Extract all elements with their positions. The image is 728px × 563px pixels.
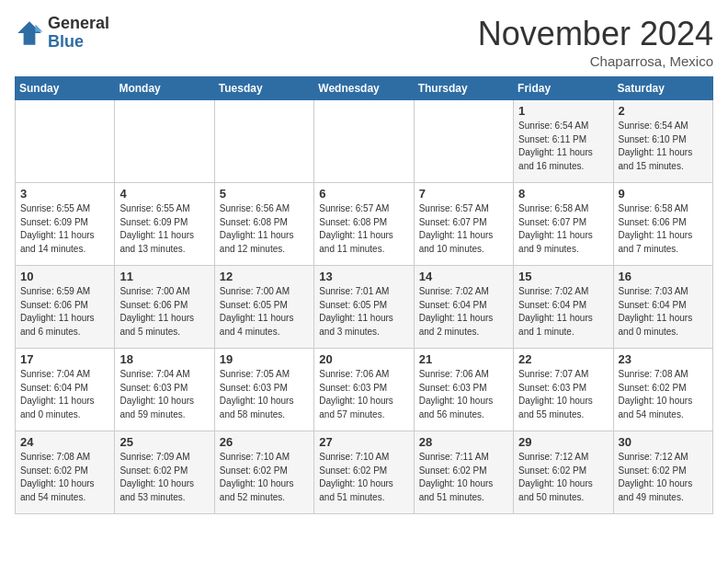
col-saturday: Saturday: [613, 77, 712, 100]
day-cell: 9Sunrise: 6:58 AM Sunset: 6:06 PM Daylig…: [613, 183, 712, 266]
page-header: General Blue November 2024 Chaparrosa, M…: [15, 15, 713, 69]
day-info: Sunrise: 7:11 AM Sunset: 6:02 PM Dayligh…: [419, 451, 508, 504]
day-cell: [214, 100, 313, 183]
day-number: 15: [518, 270, 608, 283]
day-number: 19: [220, 352, 309, 366]
day-info: Sunrise: 7:02 AM Sunset: 6:04 PM Dayligh…: [419, 285, 508, 339]
day-number: 23: [619, 352, 708, 366]
day-number: 24: [20, 435, 109, 449]
day-info: Sunrise: 6:58 AM Sunset: 6:06 PM Dayligh…: [619, 202, 708, 256]
day-info: Sunrise: 7:09 AM Sunset: 6:02 PM Dayligh…: [119, 451, 209, 504]
day-cell: 16Sunrise: 7:03 AM Sunset: 6:04 PM Dayli…: [613, 266, 712, 349]
day-number: 12: [220, 270, 309, 283]
day-info: Sunrise: 6:55 AM Sunset: 6:09 PM Dayligh…: [119, 202, 209, 256]
day-number: 11: [119, 270, 209, 283]
day-cell: 6Sunrise: 6:57 AM Sunset: 6:08 PM Daylig…: [314, 183, 414, 266]
day-number: 10: [20, 270, 109, 283]
day-cell: 30Sunrise: 7:12 AM Sunset: 6:02 PM Dayli…: [613, 431, 712, 514]
col-wednesday: Wednesday: [314, 77, 414, 100]
day-cell: 19Sunrise: 7:05 AM Sunset: 6:03 PM Dayli…: [214, 349, 313, 431]
day-info: Sunrise: 6:58 AM Sunset: 6:07 PM Dayligh…: [518, 202, 608, 256]
day-info: Sunrise: 6:54 AM Sunset: 6:10 PM Dayligh…: [619, 120, 708, 173]
day-info: Sunrise: 6:57 AM Sunset: 6:07 PM Dayligh…: [419, 202, 508, 256]
day-cell: 26Sunrise: 7:10 AM Sunset: 6:02 PM Dayli…: [214, 431, 313, 514]
calendar-table: Sunday Monday Tuesday Wednesday Thursday…: [15, 76, 713, 514]
day-info: Sunrise: 7:10 AM Sunset: 6:02 PM Dayligh…: [220, 451, 309, 504]
logo-blue: Blue: [48, 33, 109, 52]
day-cell: 13Sunrise: 7:01 AM Sunset: 6:05 PM Dayli…: [314, 266, 414, 349]
day-cell: 7Sunrise: 6:57 AM Sunset: 6:07 PM Daylig…: [414, 183, 513, 266]
svg-marker-1: [35, 24, 42, 31]
week-row-4: 17Sunrise: 7:04 AM Sunset: 6:04 PM Dayli…: [16, 349, 713, 431]
day-cell: [414, 100, 513, 183]
day-number: 1: [518, 104, 608, 118]
day-info: Sunrise: 7:12 AM Sunset: 6:02 PM Dayligh…: [518, 451, 608, 504]
week-row-2: 3Sunrise: 6:55 AM Sunset: 6:09 PM Daylig…: [16, 183, 713, 266]
day-info: Sunrise: 7:00 AM Sunset: 6:06 PM Dayligh…: [119, 285, 209, 339]
day-cell: 27Sunrise: 7:10 AM Sunset: 6:02 PM Dayli…: [314, 431, 414, 514]
col-friday: Friday: [514, 77, 613, 100]
day-cell: 5Sunrise: 6:56 AM Sunset: 6:08 PM Daylig…: [214, 183, 313, 266]
day-cell: 22Sunrise: 7:07 AM Sunset: 6:03 PM Dayli…: [514, 349, 613, 431]
day-info: Sunrise: 6:57 AM Sunset: 6:08 PM Dayligh…: [319, 202, 408, 256]
month-title: November 2024: [478, 15, 713, 53]
title-block: November 2024 Chaparrosa, Mexico: [478, 15, 713, 69]
day-info: Sunrise: 7:01 AM Sunset: 6:05 PM Dayligh…: [319, 285, 408, 339]
day-number: 8: [518, 187, 608, 201]
day-info: Sunrise: 6:54 AM Sunset: 6:11 PM Dayligh…: [518, 120, 608, 173]
day-number: 14: [419, 270, 508, 283]
day-number: 29: [518, 435, 608, 449]
day-cell: 25Sunrise: 7:09 AM Sunset: 6:02 PM Dayli…: [115, 431, 214, 514]
day-cell: [314, 100, 414, 183]
day-cell: 14Sunrise: 7:02 AM Sunset: 6:04 PM Dayli…: [414, 266, 513, 349]
day-cell: 1Sunrise: 6:54 AM Sunset: 6:11 PM Daylig…: [514, 100, 613, 183]
day-number: 20: [319, 352, 408, 366]
day-info: Sunrise: 7:05 AM Sunset: 6:03 PM Dayligh…: [220, 368, 309, 421]
day-info: Sunrise: 7:06 AM Sunset: 6:03 PM Dayligh…: [419, 368, 508, 421]
logo: General Blue: [15, 15, 109, 52]
day-info: Sunrise: 7:04 AM Sunset: 6:03 PM Dayligh…: [119, 368, 209, 421]
day-number: 6: [319, 187, 408, 201]
day-cell: 21Sunrise: 7:06 AM Sunset: 6:03 PM Dayli…: [414, 349, 513, 431]
day-cell: 10Sunrise: 6:59 AM Sunset: 6:06 PM Dayli…: [16, 266, 115, 349]
week-row-1: 1Sunrise: 6:54 AM Sunset: 6:11 PM Daylig…: [16, 100, 713, 183]
calendar-body: 1Sunrise: 6:54 AM Sunset: 6:11 PM Daylig…: [16, 100, 713, 514]
day-number: 25: [119, 435, 209, 449]
day-cell: 2Sunrise: 6:54 AM Sunset: 6:10 PM Daylig…: [613, 100, 712, 183]
col-thursday: Thursday: [414, 77, 513, 100]
day-info: Sunrise: 7:12 AM Sunset: 6:02 PM Dayligh…: [619, 451, 708, 504]
day-info: Sunrise: 7:07 AM Sunset: 6:03 PM Dayligh…: [518, 368, 608, 421]
day-info: Sunrise: 7:06 AM Sunset: 6:03 PM Dayligh…: [319, 368, 408, 421]
day-number: 18: [119, 352, 209, 366]
day-info: Sunrise: 7:10 AM Sunset: 6:02 PM Dayligh…: [319, 451, 408, 504]
logo-icon: [15, 18, 44, 48]
calendar-header: Sunday Monday Tuesday Wednesday Thursday…: [16, 77, 713, 100]
day-cell: 24Sunrise: 7:08 AM Sunset: 6:02 PM Dayli…: [16, 431, 115, 514]
day-info: Sunrise: 7:08 AM Sunset: 6:02 PM Dayligh…: [20, 451, 109, 504]
location: Chaparrosa, Mexico: [478, 53, 713, 69]
day-cell: 12Sunrise: 7:00 AM Sunset: 6:05 PM Dayli…: [214, 266, 313, 349]
day-number: 17: [20, 352, 109, 366]
day-info: Sunrise: 7:00 AM Sunset: 6:05 PM Dayligh…: [220, 285, 309, 339]
day-number: 30: [619, 435, 708, 449]
day-info: Sunrise: 7:03 AM Sunset: 6:04 PM Dayligh…: [619, 285, 708, 339]
day-number: 28: [419, 435, 508, 449]
day-number: 7: [419, 187, 508, 201]
day-cell: [115, 100, 214, 183]
day-number: 4: [119, 187, 209, 201]
day-number: 5: [220, 187, 309, 201]
day-number: 13: [319, 270, 408, 283]
day-number: 27: [319, 435, 408, 449]
day-number: 21: [419, 352, 508, 366]
day-cell: 17Sunrise: 7:04 AM Sunset: 6:04 PM Dayli…: [16, 349, 115, 431]
day-info: Sunrise: 7:04 AM Sunset: 6:04 PM Dayligh…: [20, 368, 109, 421]
day-number: 16: [619, 270, 708, 283]
col-tuesday: Tuesday: [214, 77, 313, 100]
svg-marker-0: [17, 21, 41, 45]
col-monday: Monday: [115, 77, 214, 100]
day-cell: 18Sunrise: 7:04 AM Sunset: 6:03 PM Dayli…: [115, 349, 214, 431]
day-number: 9: [619, 187, 708, 201]
day-cell: 28Sunrise: 7:11 AM Sunset: 6:02 PM Dayli…: [414, 431, 513, 514]
day-number: 3: [20, 187, 109, 201]
day-cell: 11Sunrise: 7:00 AM Sunset: 6:06 PM Dayli…: [115, 266, 214, 349]
